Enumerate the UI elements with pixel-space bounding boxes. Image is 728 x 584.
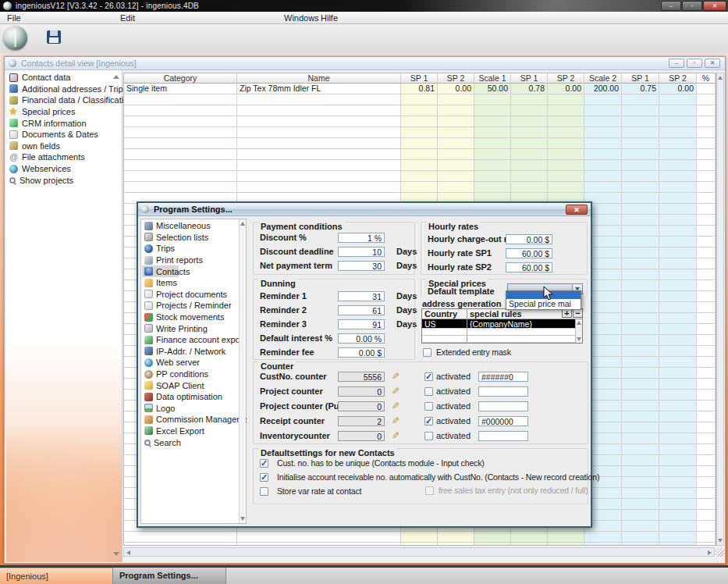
mask-field[interactable] [478,401,528,411]
settings-nav-item[interactable]: PP conditions [142,369,239,380]
table-cell[interactable] [697,138,716,148]
table-cell[interactable] [697,171,716,181]
value-field[interactable]: 31 [338,291,385,301]
table-cell[interactable] [697,411,716,422]
dialog-close-button[interactable]: ✕ [566,205,588,215]
table-cell[interactable] [697,247,716,258]
table-cell[interactable] [622,499,659,509]
table-cell[interactable] [697,116,716,126]
table-cell[interactable] [622,94,659,105]
table-row[interactable] [124,543,716,546]
table-header-cell[interactable]: SP 2 [438,73,474,83]
table-cell[interactable] [548,532,584,542]
settings-nav-item[interactable]: Excel Export [142,426,239,437]
table-cell[interactable] [622,127,659,137]
table-cell[interactable] [659,401,697,411]
settings-nav-item[interactable]: Write Printing [142,322,179,334]
table-row[interactable] [124,127,716,138]
free-sales-tax-checkbox[interactable] [425,486,434,495]
dropdown-option-blank[interactable] [506,291,581,299]
table-row[interactable] [124,149,716,160]
table-cell[interactable] [474,532,511,542]
table-cell[interactable] [401,149,438,159]
table-cell[interactable] [659,149,697,159]
table-cell[interactable] [548,94,584,105]
default-checkbox[interactable] [260,459,268,468]
table-cell[interactable] [659,521,697,531]
table-cell[interactable] [697,466,716,476]
edit-pencil-icon[interactable]: ✎ [392,372,400,381]
table-cell[interactable] [622,368,659,378]
table-cell[interactable] [697,291,716,301]
table-cell[interactable] [622,379,659,389]
table-cell[interactable] [697,182,716,192]
table-cell[interactable] [659,116,697,126]
contacts-window-titlebar[interactable]: Contacts detail view [Ingenious] – ▫ ✕ [5,57,725,70]
value-field[interactable]: 61 [338,305,385,315]
table-cell[interactable] [659,160,697,170]
table-header-cell[interactable]: Name [237,73,401,83]
table-cell[interactable] [622,215,659,225]
table-cell[interactable] [622,411,659,422]
table-cell[interactable] [697,401,716,411]
table-cell[interactable] [622,313,659,323]
table-cell[interactable] [511,105,548,116]
country-rule-row[interactable]: US {CompanyName} [422,319,582,329]
table-cell[interactable] [401,138,438,148]
sidebar-item[interactable]: Show projects [6,174,44,186]
table-cell[interactable] [659,313,697,323]
table-cell[interactable] [622,247,659,258]
table-cell[interactable] [237,532,401,542]
table-cell[interactable] [622,226,659,236]
table-cell[interactable] [124,116,237,126]
table-cell[interactable] [474,94,511,105]
menu-item[interactable]: File [0,12,113,24]
table-cell[interactable] [622,401,659,411]
table-cell[interactable] [697,324,716,334]
table-cell[interactable] [697,444,716,454]
table-cell[interactable] [622,433,659,443]
table-cell[interactable] [622,193,659,203]
settings-nav-item[interactable]: Print reports [142,255,179,266]
table-cell[interactable] [237,182,401,192]
settings-nav-item[interactable]: Search [142,436,239,448]
table-cell[interactable] [124,160,237,170]
table-row[interactable] [124,116,716,127]
table-cell[interactable] [659,368,697,378]
table-cell[interactable] [124,127,237,137]
table-cell[interactable] [124,171,237,181]
table-cell[interactable]: 0.75 [622,84,659,94]
table-cell[interactable] [659,291,697,301]
table-cell[interactable] [659,488,697,498]
settings-nav-item[interactable]: Web server [142,357,239,369]
table-cell[interactable] [622,105,659,116]
table-cell[interactable] [438,94,474,105]
table-cell[interactable] [237,543,401,546]
table-cell[interactable] [548,182,584,192]
table-cell[interactable] [548,543,584,546]
settings-nav-item[interactable]: Commission Management [142,414,239,426]
table-cell[interactable] [659,258,697,269]
table-cell[interactable] [659,335,697,345]
table-cell[interactable] [548,138,584,148]
table-cell[interactable] [584,127,622,137]
extended-mask-checkbox[interactable] [423,348,431,357]
table-cell[interactable] [622,291,659,301]
table-cell[interactable]: 0.00 [548,84,584,94]
table-cell[interactable] [697,422,716,433]
table-cell[interactable] [622,488,659,498]
table-cell[interactable] [659,357,697,367]
table-cell[interactable] [697,313,716,323]
table-cell[interactable] [659,444,697,454]
table-cell[interactable] [584,149,622,159]
table-cell[interactable] [622,466,659,476]
table-cell[interactable] [622,532,659,542]
table-cell[interactable] [438,160,474,170]
table-row[interactable]: Single itemZip Tex 78mm Idler FL0.810.00… [124,84,716,94]
table-cell[interactable] [622,422,659,433]
table-cell[interactable] [511,543,548,546]
table-cell[interactable] [697,94,716,105]
table-header-cell[interactable]: SP 2 [659,73,697,83]
table-cell[interactable] [622,116,659,126]
table-cell[interactable] [237,160,401,170]
